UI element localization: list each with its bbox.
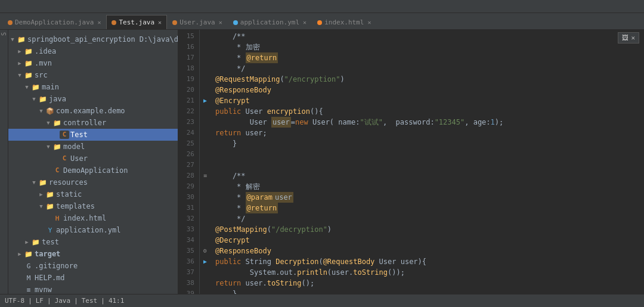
tree-arrow-root[interactable]: ▼ [8,35,17,44]
hint-widget[interactable]: 🖼 ✕ [618,32,639,44]
code-line-23[interactable]: User user=new User( name: "试试", password… [215,117,644,128]
code-line-32[interactable]: */ [215,213,644,224]
gutter-icon-27 [200,160,210,170]
code-line-35[interactable]: @ResponseBody [215,246,644,256]
gutter-icon-21[interactable]: ▶ [200,95,210,106]
tab-appyml[interactable]: application.yml✕ [228,15,312,29]
tree-item-root[interactable]: ▼📁springboot_api_encryption D:\java\derw… [8,33,178,45]
tree-item-idea[interactable]: ▶📁.idea [8,45,178,57]
code-line-38[interactable]: return user.toString(); [215,278,644,289]
code-line-37[interactable]: System.out.println(user.toString()); [215,267,644,278]
code-line-20[interactable]: @ResponseBody [215,85,644,95]
tree-arrow-com[interactable]: ▼ [37,107,45,115]
tree-arrow-test-folder[interactable]: ▶ [23,238,31,246]
code-line-16[interactable]: * 加密 [215,42,644,52]
tab-close-index[interactable]: ✕ [367,19,371,26]
tree-item-com[interactable]: ▼📦com.example.demo [8,105,178,117]
gutter-icon-35[interactable]: ⚙ [200,246,210,256]
tree-item-index-html[interactable]: Hindex.html [8,212,178,224]
code-line-21[interactable]: @Encrypt [215,95,644,106]
code-line-27[interactable] [215,160,644,170]
code-line-19[interactable]: @RequestMapping("/encryption") [215,74,644,85]
tree-arrow-main[interactable]: ▼ [23,83,31,91]
tree-icon-mvn: 📁 [24,58,33,68]
tab-close-user[interactable]: ✕ [219,19,222,26]
code-line-24[interactable]: return user; [215,128,644,138]
code-line-29[interactable]: * 解密 [215,181,644,192]
tree-item-user-class[interactable]: CUser [8,153,178,165]
tab-close-demo[interactable]: ✕ [97,19,101,26]
encoding-indicator[interactable]: UTF-8 [5,297,24,305]
code-line-36[interactable]: public String Decryption(@RequestBody Us… [215,256,644,267]
gutter-icon-24 [200,128,210,138]
tree-arrow-src[interactable]: ▼ [16,71,24,79]
tab-close-appyml[interactable]: ✕ [303,19,306,26]
language-indicator[interactable]: Java [55,297,71,305]
code-line-28[interactable]: /** [215,170,644,181]
tree-icon-controller: 📁 [52,118,62,128]
tree-item-test-folder[interactable]: ▶📁test [8,236,178,248]
code-line-15[interactable]: /** [215,31,644,42]
tab-index[interactable]: index.html✕ [312,15,376,29]
tree-arrow-idea[interactable]: ▶ [16,47,24,55]
tree-arrow-static[interactable]: ▶ [37,190,45,199]
tree-arrow-resources[interactable]: ▼ [30,178,38,187]
tree-icon-static: 📁 [45,190,55,199]
left-strip: S [0,30,8,294]
tree-item-resources[interactable]: ▼📁resources [8,176,178,188]
tree-arrow-model[interactable]: ▼ [44,142,52,151]
tab-test[interactable]: Test.java✕ [106,15,167,29]
gutter-icon-22 [200,106,210,117]
code-line-18[interactable]: */ [215,63,644,74]
tree-label-test-class: Test [70,131,88,139]
gutter-icon-20 [200,85,210,95]
tab-user[interactable]: User.java✕ [167,15,228,29]
tree-label-templates: templates [56,202,95,210]
tree-item-demo-app[interactable]: CDemoApplication [8,165,178,176]
line-number-32: 32 [178,213,194,224]
tree-item-model[interactable]: ▼📁model [8,141,178,153]
tree-item-mvn[interactable]: ▶📁.mvn [8,57,178,69]
code-line-22[interactable]: public User encryption(){ [215,106,644,117]
separator: | [101,297,105,305]
gutter-icon-28[interactable]: ≡ [200,170,210,181]
structure-icon[interactable]: S [1,32,7,36]
tree-arrow-target[interactable]: ▶ [16,250,24,258]
gutter-icon-36[interactable]: ▶ [200,256,210,267]
tree-arrow-mvn[interactable]: ▶ [16,59,24,67]
code-line-25[interactable]: } [215,138,644,149]
tree-label-main: main [42,83,59,91]
tree-arrow-java[interactable]: ▼ [30,95,38,103]
tree-item-appyml-file[interactable]: Yapplication.yml [8,224,178,236]
tree-item-main[interactable]: ▼📁main [8,81,178,93]
code-line-17[interactable]: * @return [215,52,644,63]
tree-icon-templates: 📁 [45,201,55,211]
gutter-icon-25 [200,138,210,149]
tree-item-gitignore[interactable]: G.gitignore [8,260,178,272]
tab-demo[interactable]: DemoApplication.java✕ [2,15,106,29]
code-area[interactable]: /** * 加密 * @return */ @RequestMapping("/… [210,30,644,294]
tree-label-gitignore: .gitignore [35,262,78,270]
code-editor[interactable]: 🖼 ✕ 151617181920212223242526272829303132… [178,30,644,294]
code-line-34[interactable]: @Decrypt [215,235,644,246]
tree-arrow-controller[interactable]: ▼ [44,119,52,127]
line-ending-indicator[interactable]: LF [36,297,44,305]
tree-item-src[interactable]: ▼📁src [8,69,178,81]
code-line-33[interactable]: @PostMapping("/decryption") [215,224,644,235]
code-line-39[interactable]: } [215,289,644,294]
tree-item-static[interactable]: ▶📁static [8,188,178,200]
code-line-31[interactable]: * @return [215,203,644,213]
tree-item-java[interactable]: ▼📁java [8,93,178,105]
tree-item-mvnw-file[interactable]: ≡mvnw [8,284,178,294]
tree-item-templates[interactable]: ▼📁templates [8,200,178,212]
tree-item-target[interactable]: ▶📁target [8,248,178,260]
tree-item-controller[interactable]: ▼📁controller [8,117,178,129]
tree-item-helpmd[interactable]: MHELP.md [8,272,178,284]
tree-item-test-class[interactable]: CTest [8,129,178,141]
code-line-30[interactable]: * @param user [215,192,644,203]
code-line-26[interactable] [215,149,644,160]
class-indicator[interactable]: Test [82,297,98,305]
hint-close[interactable]: ✕ [631,34,635,42]
tab-close-test[interactable]: ✕ [158,19,162,26]
tree-arrow-templates[interactable]: ▼ [37,202,45,210]
